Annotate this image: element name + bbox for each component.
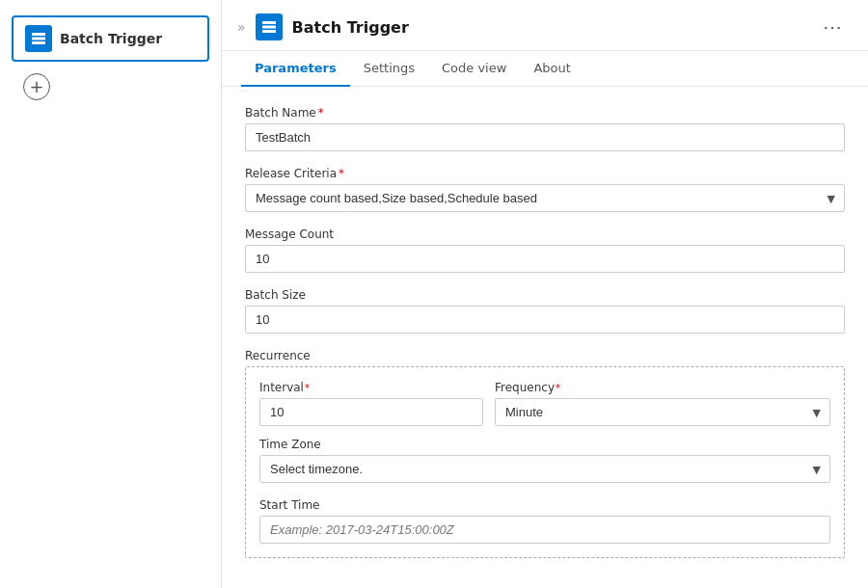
breadcrumb-arrow: » xyxy=(237,19,246,35)
interval-frequency-row: Interval* Frequency* Minute Second H xyxy=(259,381,830,426)
start-time-group: Start Time xyxy=(259,498,830,544)
message-count-group: Message Count xyxy=(245,227,845,273)
batch-name-group: Batch Name* xyxy=(245,106,845,151)
timezone-label: Time Zone xyxy=(259,438,830,451)
trigger-card[interactable]: Batch Trigger xyxy=(12,15,209,62)
panel-header: » Batch Trigger ⋯ xyxy=(222,0,868,51)
left-panel: Batch Trigger + xyxy=(0,0,222,588)
batch-name-input[interactable] xyxy=(245,123,845,151)
release-criteria-group: Release Criteria* Message count based,Si… xyxy=(245,167,845,212)
add-button[interactable]: + xyxy=(23,73,50,100)
batch-size-label: Batch Size xyxy=(245,288,845,302)
trigger-label: Batch Trigger xyxy=(60,31,162,46)
tabs-bar: Parameters Settings Code view About xyxy=(222,51,868,87)
header-title: Batch Trigger xyxy=(292,18,807,37)
svg-rect-2 xyxy=(32,41,45,44)
interval-input[interactable] xyxy=(259,398,483,426)
release-criteria-wrapper: Message count based,Size based,Schedule … xyxy=(245,184,845,212)
release-criteria-label: Release Criteria* xyxy=(245,167,845,180)
more-options-button[interactable]: ⋯ xyxy=(817,13,849,40)
start-time-input[interactable] xyxy=(259,516,830,544)
tab-codeview[interactable]: Code view xyxy=(428,51,520,87)
timezone-select[interactable]: Select timezone. xyxy=(259,455,830,483)
frequency-label: Frequency* xyxy=(495,381,830,394)
interval-label: Interval* xyxy=(259,381,483,394)
right-panel: » Batch Trigger ⋯ Parameters Settings Co… xyxy=(222,0,868,588)
interval-field: Interval* xyxy=(259,381,483,426)
trigger-icon xyxy=(25,25,52,52)
recurrence-box: Interval* Frequency* Minute Second H xyxy=(245,366,845,558)
svg-rect-3 xyxy=(262,21,276,24)
recurrence-group: Recurrence Interval* Frequency* xyxy=(245,349,845,558)
batch-size-input[interactable] xyxy=(245,306,845,334)
tab-about[interactable]: About xyxy=(520,51,583,87)
tab-parameters[interactable]: Parameters xyxy=(241,51,350,87)
start-time-label: Start Time xyxy=(259,498,830,512)
svg-rect-5 xyxy=(262,30,276,33)
header-icon xyxy=(256,13,283,40)
svg-rect-1 xyxy=(32,38,45,40)
release-criteria-select[interactable]: Message count based,Size based,Schedule … xyxy=(245,184,845,212)
tab-settings[interactable]: Settings xyxy=(350,51,428,87)
message-count-label: Message Count xyxy=(245,227,845,241)
frequency-select[interactable]: Minute Second Hour Day Week Month xyxy=(495,398,830,426)
form-area: Batch Name* Release Criteria* Message co… xyxy=(222,87,868,588)
svg-rect-4 xyxy=(262,26,276,29)
batch-name-label: Batch Name* xyxy=(245,106,845,120)
frequency-wrapper: Minute Second Hour Day Week Month ▼ xyxy=(495,398,830,426)
message-count-input[interactable] xyxy=(245,245,845,273)
timezone-wrapper: Select timezone. ▼ xyxy=(259,455,830,483)
recurrence-section-label: Recurrence xyxy=(245,349,845,362)
batch-size-group: Batch Size xyxy=(245,288,845,334)
timezone-group: Time Zone Select timezone. ▼ xyxy=(259,438,830,483)
frequency-field: Frequency* Minute Second Hour Day Week M… xyxy=(495,381,830,426)
svg-rect-0 xyxy=(32,33,45,36)
